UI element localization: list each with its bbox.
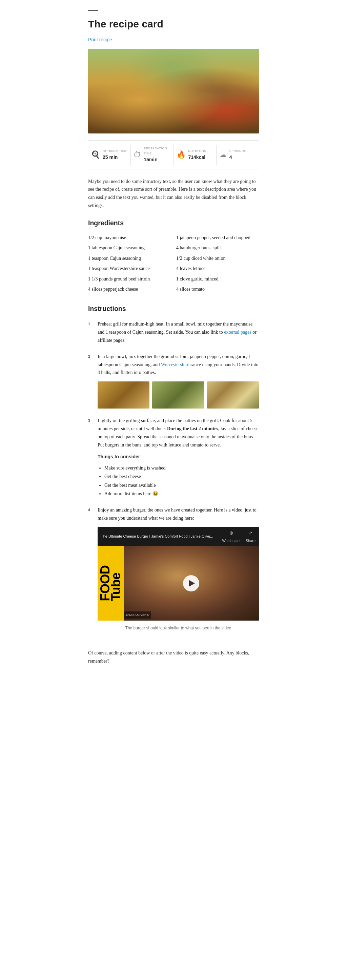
step-2-number: 2 — [88, 353, 93, 409]
ingredient-11: 1 clove garlic, minced — [176, 274, 259, 284]
nutrition-label: NUTRITION — [188, 149, 207, 153]
servings-value: 4 — [229, 153, 246, 161]
share-label: Share — [246, 538, 256, 544]
share-button[interactable]: ↗ Share — [246, 529, 256, 544]
step-3-content: Lightly oil the grilling surface, and pl… — [97, 417, 259, 498]
nutrition-meta: 🔥 NUTRITION 714kcal — [174, 145, 216, 165]
ingredient-2: 1 tablespoon Cajun seasoning — [88, 243, 171, 253]
step-4-number: 4 — [88, 506, 93, 641]
ingredient-6: 4 slices pepperjack cheese — [88, 285, 171, 294]
video-thumbnail-area[interactable]: FOODTube JAMIE OLIVER'S — [97, 546, 259, 620]
video-header: The Ultimate Cheese Burger | Jamie's Com… — [97, 527, 259, 546]
video-container: The Ultimate Cheese Burger | Jamie's Com… — [97, 527, 259, 620]
recipe-meta-row: 🍳 COOKING TIME 25 min ⏱ PREPARATION TIME… — [88, 140, 259, 169]
ingredient-7: 1 jalapeno pepper, seeded and chopped — [176, 233, 259, 243]
share-icon: ↗ — [248, 529, 253, 537]
servings-meta: ☁ SERVINGS 4 — [216, 145, 259, 165]
video-side-logo: FOODTube — [97, 546, 124, 620]
step-4-text: Enjoy an amazing burger, the ones we hav… — [97, 508, 256, 521]
video-caption: The burger should look similar to what y… — [97, 623, 259, 635]
print-recipe-link[interactable]: Print recipe — [88, 36, 112, 43]
preparation-time-icon: ⏱ — [134, 149, 141, 161]
ingredient-10: 4 leaves lettuce — [176, 264, 259, 274]
step-3: 3 Lightly oil the grilling surface, and … — [88, 417, 259, 498]
servings-icon: ☁ — [219, 149, 227, 161]
ingredients-grid: 1/2 cup mayonnaise 1 jalapeno pepper, se… — [88, 233, 259, 294]
cooking-time-meta: 🍳 COOKING TIME 25 min — [88, 145, 131, 165]
play-triangle-icon — [189, 580, 195, 587]
watch-later-label: Watch later — [222, 538, 240, 544]
things-to-consider-list: Make sure everything is washed Get the b… — [97, 464, 259, 498]
step-1-external-link[interactable]: external pages — [224, 329, 251, 335]
instructions-heading: Instructions — [88, 304, 259, 314]
preparation-time-label: PREPARATION TIME — [144, 146, 170, 156]
step-image-3 — [207, 382, 259, 409]
watch-later-icon: ⊕ — [229, 529, 234, 537]
step-image-2 — [152, 382, 204, 409]
ingredient-12: 4 slices tomato — [176, 285, 259, 294]
things-to-consider-heading: Things to consider — [97, 453, 259, 461]
play-button[interactable] — [183, 575, 199, 592]
page-title: The recipe card — [88, 16, 259, 32]
bullet-item-1: Make sure everything is washed — [104, 464, 259, 472]
step-image-1 — [97, 382, 150, 409]
cooking-time-icon: 🍳 — [91, 149, 100, 161]
nutrition-icon: 🔥 — [177, 149, 186, 161]
channel-label: JAMIE OLIVER'S — [124, 611, 151, 619]
top-line-decoration — [88, 10, 98, 11]
video-main-thumbnail[interactable]: JAMIE OLIVER'S — [124, 546, 259, 620]
nutrition-value: 714kcal — [188, 153, 207, 161]
preparation-time-value: 15min — [144, 156, 170, 163]
step-1-number: 1 — [88, 320, 93, 344]
bullet-item-4: Add more list items here 😉 — [104, 490, 259, 498]
step-2-worcestershire-link[interactable]: Worcestershire — [161, 362, 189, 367]
video-actions: ⊕ Watch later ↗ Share — [222, 529, 256, 544]
preparation-time-meta: ⏱ PREPARATION TIME 15min — [131, 145, 174, 165]
food-tube-logo-text: FOODTube — [100, 565, 122, 601]
cooking-time-label: COOKING TIME — [103, 149, 127, 153]
video-title: The Ultimate Cheese Burger | Jamie's Com… — [101, 533, 222, 539]
step-1-content: Preheat grill for medium-high heat. In a… — [97, 320, 259, 344]
ingredient-1: 1/2 cup mayonnaise — [88, 233, 171, 243]
watch-later-button[interactable]: ⊕ Watch later — [222, 529, 240, 544]
step-1: 1 Preheat grill for medium-high heat. In… — [88, 320, 259, 344]
step-2-images — [97, 382, 259, 409]
cooking-time-value: 25 min — [103, 153, 127, 161]
servings-label: SERVINGS — [229, 149, 246, 153]
hero-image — [88, 49, 259, 134]
step-3-number: 3 — [88, 417, 93, 498]
step-4-content: Enjoy an amazing burger, the ones we hav… — [97, 506, 259, 641]
step-3-text-bold: During the last 2 minutes — [167, 426, 218, 431]
footer-text: Of course, adding content below or after… — [88, 649, 259, 665]
step-4: 4 Enjoy an amazing burger, the ones we h… — [88, 506, 259, 641]
preamble-text: Maybe you need to do some intructory tex… — [88, 178, 259, 210]
ingredients-heading: Ingredients — [88, 218, 259, 228]
ingredient-8: 4 hamburger buns, split — [176, 243, 259, 253]
step-2: 2 In a large bowl, mix together the grou… — [88, 353, 259, 409]
step-2-content: In a large bowl, mix together the ground… — [97, 353, 259, 409]
bullet-item-2: Get the best cheese — [104, 472, 259, 481]
ingredient-3: 1 teaspoon Cajun seasoning — [88, 254, 171, 263]
ingredient-5: 1 1/3 pounds ground beef sirloin — [88, 274, 171, 284]
bullet-item-3: Get the best meat available — [104, 481, 259, 490]
ingredient-9: 1/2 cup diced white onion — [176, 254, 259, 263]
ingredient-4: 1 teaspoon Worcestershire sauce — [88, 264, 171, 274]
